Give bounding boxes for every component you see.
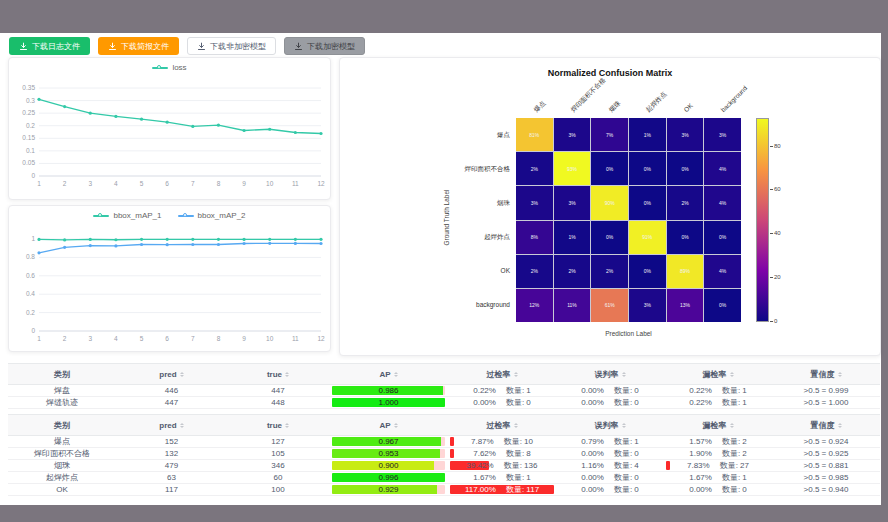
rate-text: 0.22%数量: 1: [689, 397, 747, 408]
table-header-row: 类别predtrueAP过检率误判率漏检率置信度: [8, 363, 880, 385]
matrix-cell: 3%: [554, 186, 591, 219]
confusion-matrix-title: Normalized Confusion Matrix: [340, 68, 880, 78]
matrix-cell: 3%: [667, 118, 704, 151]
col-header-漏检率[interactable]: 漏检率: [664, 415, 772, 435]
sort-caret-icon[interactable]: [838, 421, 842, 430]
sort-caret-icon[interactable]: [730, 370, 734, 379]
confusion-matrix-card: Normalized Confusion Matrix Ground Truth…: [339, 57, 881, 356]
data-point: [242, 242, 245, 245]
matrix-col-label: 爆点: [532, 99, 547, 114]
col-header-pred[interactable]: pred: [116, 364, 227, 384]
col-header-AP[interactable]: AP: [329, 415, 448, 435]
ap-bar-track: 0.900: [332, 461, 445, 470]
true-count-cell: 448: [227, 397, 329, 408]
sort-desc-icon: [838, 375, 842, 379]
x-tick-label: 9: [242, 180, 246, 187]
data-point: [89, 112, 92, 115]
col-header-过检率[interactable]: 过检率: [448, 415, 556, 435]
rate-count: 数量: 1: [506, 385, 531, 396]
sort-caret-icon[interactable]: [622, 370, 626, 379]
sort-caret-icon[interactable]: [622, 421, 626, 430]
col-header-pred[interactable]: pred: [116, 415, 227, 435]
sort-caret-icon[interactable]: [514, 370, 518, 379]
col-header-置信度[interactable]: 置信度: [772, 364, 880, 384]
sort-desc-icon: [838, 426, 842, 430]
sort-asc-icon: [180, 421, 184, 425]
rate-count: 数量: 0: [614, 397, 639, 408]
download-brief-button[interactable]: 下载简报文件: [98, 37, 179, 55]
sort-asc-icon: [394, 370, 398, 374]
rate-text: 7.62%数量: 8: [473, 448, 531, 459]
matrix-cell: 91%: [629, 221, 666, 254]
loss-line-chart: 00.050.10.150.20.250.30.3512345678910111…: [9, 58, 332, 201]
download-log-button[interactable]: 下载日志文件: [9, 37, 90, 55]
y-tick-label: 0.25: [22, 109, 35, 116]
matrix-cell: 0%: [667, 221, 704, 254]
ap-bar-track: 0.929: [332, 485, 445, 494]
matrix-cell: 93%: [554, 152, 591, 185]
table-header-row: 类别predtrueAP过检率误判率漏检率置信度: [8, 414, 880, 436]
col-header-label: 误判率: [595, 369, 619, 380]
sort-caret-icon[interactable]: [514, 421, 518, 430]
col-header-漏检率[interactable]: 漏检率: [664, 364, 772, 384]
rate-count: 数量: 4: [614, 460, 639, 471]
colorbar-tick-label: 20: [774, 274, 781, 280]
col-header-类别: 类别: [8, 364, 116, 384]
col-header-label: AP: [379, 421, 390, 430]
sort-caret-icon[interactable]: [394, 421, 398, 430]
data-point: [63, 238, 66, 241]
x-tick-label: 4: [114, 180, 118, 187]
x-tick-label: 3: [88, 335, 92, 342]
sort-caret-icon[interactable]: [394, 370, 398, 379]
col-header-true[interactable]: true: [227, 364, 329, 384]
rate-percent: 0.22%: [689, 386, 712, 395]
rate-text: 0.22%数量: 1: [473, 385, 531, 396]
ap-bar-track: 0.967: [332, 437, 445, 446]
y-tick-label: 0.4: [26, 290, 35, 297]
x-tick-label: 10: [266, 335, 274, 342]
col-header-置信度[interactable]: 置信度: [772, 415, 880, 435]
matrix-cell: 7%: [591, 118, 628, 151]
data-point: [217, 124, 220, 127]
rate-count: 数量: 0: [614, 472, 639, 483]
sort-asc-icon: [838, 421, 842, 425]
sort-desc-icon: [622, 426, 626, 430]
sort-asc-icon: [394, 421, 398, 425]
data-point: [63, 246, 66, 249]
data-point: [294, 131, 297, 134]
matrix-row-label: 起焊炸点: [400, 233, 510, 241]
rate-percent: 117.00%: [465, 485, 496, 494]
col-header-误判率[interactable]: 误判率: [556, 364, 664, 384]
col-header-误判率[interactable]: 误判率: [556, 415, 664, 435]
x-tick-label: 6: [165, 180, 169, 187]
download-encrypted-model-button[interactable]: 下载加密模型: [284, 37, 365, 55]
table-row: OK1171000.929117.00%数量: 1170.00%数量: 00.0…: [8, 484, 880, 496]
data-point: [268, 238, 271, 241]
sort-caret-icon[interactable]: [730, 421, 734, 430]
rate-percent: 1.67%: [473, 473, 496, 482]
matrix-cell: 11%: [554, 289, 591, 322]
sort-caret-icon[interactable]: [180, 421, 184, 430]
sort-caret-icon[interactable]: [838, 370, 842, 379]
ap-bar-track: 0.996: [332, 473, 445, 482]
col-header-true[interactable]: true: [227, 415, 329, 435]
sort-caret-icon[interactable]: [285, 370, 289, 379]
matrix-cell: 12%: [516, 289, 553, 322]
sort-caret-icon[interactable]: [180, 370, 184, 379]
x-tick-label: 5: [140, 335, 144, 342]
sort-caret-icon[interactable]: [285, 421, 289, 430]
ground-truth-axis-label: Ground Truth Label: [443, 170, 450, 266]
x-tick-label: 2: [63, 180, 67, 187]
rate-count: 数量: 0: [614, 448, 639, 459]
rate-percent: 0.00%: [689, 485, 712, 494]
ap-value: 0.986: [332, 386, 445, 395]
ap-value: 0.900: [332, 461, 445, 470]
sort-asc-icon: [730, 421, 734, 425]
table-row: 焊印面积不合格1321050.9537.62%数量: 80.00%数量: 01.…: [8, 448, 880, 460]
col-header-AP[interactable]: AP: [329, 364, 448, 384]
pred-count-cell: 152: [116, 436, 227, 447]
col-header-过检率[interactable]: 过检率: [448, 364, 556, 384]
download-plain-model-button[interactable]: 下载非加密模型: [187, 37, 276, 55]
matrix-col-label: 烟珠: [607, 99, 622, 114]
sort-desc-icon: [622, 375, 626, 379]
